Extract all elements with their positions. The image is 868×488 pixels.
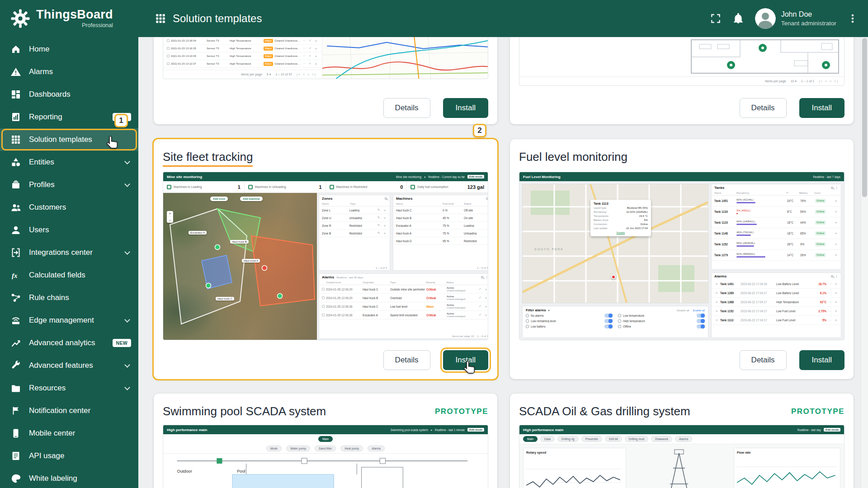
floorplan-preview (690, 39, 840, 74)
user-role: Tenant administrator (781, 19, 836, 28)
solution-templates-icon (10, 134, 22, 145)
preview-tab: Water pump (286, 446, 310, 451)
stat-icon (330, 185, 334, 189)
search-icon (481, 276, 483, 278)
advanced-analytics-icon (10, 337, 22, 349)
mine-map-zones (163, 193, 317, 340)
more-menu-icon[interactable] (847, 13, 858, 24)
sidebar-item-calculated-fields[interactable]: fxCalculated fields (0, 264, 138, 286)
preview-header: Mine site monitoring Mine site monitorin… (163, 172, 488, 181)
sidebar-item-rule-chains[interactable]: Rule chains (0, 286, 138, 309)
card-title: SCADA Oil & Gas drilling system (519, 404, 690, 418)
user-meta: John Doe Tenant administrator (781, 10, 836, 27)
template-preview: 2021-01-23 13:18:34Sensor T3High Tempera… (163, 37, 488, 79)
sidebar-item-advanced-analytics[interactable]: Advanced analyticsNEW (0, 332, 138, 354)
install-button[interactable]: Install (799, 350, 844, 370)
resources-icon (10, 382, 22, 394)
pool-schematic: Outdoor Pool (163, 454, 488, 488)
sidebar-item-mobile-center[interactable]: Mobile center (0, 422, 138, 445)
install-button[interactable]: Install (443, 98, 488, 118)
scrollbar-thumb[interactable] (862, 38, 867, 197)
preview-tab: Preventer (581, 436, 602, 442)
page-head: Solution templates (155, 12, 262, 25)
notifications-bell-icon[interactable] (732, 13, 744, 24)
pagination: Items per page 10 ▾ 1 – 1 of 1 |< < > >| (519, 76, 844, 85)
map-button: Add zone (210, 197, 228, 201)
card-scada-oil-gas[interactable]: SCADA Oil & Gas drilling system PROTOTYP… (510, 394, 854, 488)
advanced-features-icon (10, 360, 22, 371)
stat-tile: Machines in Unloading1 (245, 181, 326, 192)
annotation-step-1: 1 (114, 114, 128, 127)
sidebar-item-dashboards[interactable]: Dashboards (0, 83, 138, 106)
details-button[interactable]: Details (740, 98, 787, 118)
chevron-down-icon (124, 159, 130, 164)
oil-dashboard-preview: High performance main Realtime - last da… (519, 425, 844, 488)
user-block[interactable]: John Doe Tenant administrator (755, 8, 836, 29)
sidebar-item-advanced-features[interactable]: Advanced features (0, 354, 138, 377)
table-row: 2024-01-05 12:06:36Haul truck CLow fuel … (319, 302, 488, 311)
chevron-down-icon (124, 249, 130, 255)
sidebar-item-edge-management[interactable]: Edge management (0, 309, 138, 332)
details-button[interactable]: Details (740, 350, 787, 370)
alarm-row: 2021-01-23 13:18:34Sensor T3High Tempera… (163, 37, 322, 45)
sidebar-item-profiles[interactable]: Profiles (0, 174, 138, 196)
table-row: ≡Tank 12892023-06-22 17:04:17Low Battery… (712, 289, 841, 298)
sidebar-item-customers[interactable]: Customers (0, 196, 138, 219)
tank-tooltip: Tank 1113 Liquid type:Biodiesel B5 (5%)R… (590, 200, 651, 236)
machine-label: Haul truck B (230, 240, 249, 244)
scrollbar[interactable] (861, 37, 868, 488)
details-button[interactable]: Details (383, 350, 430, 370)
svg-text:Outdoor: Outdoor (177, 469, 192, 474)
sidebar-item-label: Advanced features (29, 361, 93, 370)
card-swimming-pool-scada[interactable]: Swimming pool SCADA system PROTOTYPE Hig… (154, 394, 497, 488)
card-partial-top-right[interactable]: Items per page 10 ▾ 1 – 1 of 1 |< < > >|… (510, 37, 854, 124)
alarms-icon (10, 66, 22, 78)
annotation-step-2: 2 (473, 124, 486, 137)
top-bar: ThingsBoard Professional Solution templa… (0, 0, 868, 37)
sidebar-item-integrations-center[interactable]: Integrations center (0, 241, 138, 264)
table-row: Haul truck D95 %Restricted (393, 237, 488, 245)
card-fuel-level-monitoring[interactable]: Fuel level monitoring Fuel Level Monitor… (510, 139, 854, 379)
sidebar-item-white-labeling[interactable]: White labeling (0, 467, 138, 488)
sidebar: HomeAlarmsDashboardsReportingNEWSolution… (0, 37, 138, 488)
sidebar-item-label: Customers (29, 203, 66, 212)
card-site-fleet-tracking[interactable]: 2 Site fleet tracking Mine site monitori… (154, 139, 497, 379)
table-row: Zone RRestricted✎× (319, 222, 390, 230)
dashboards-icon (10, 89, 22, 100)
sidebar-item-label: Edge management (29, 316, 94, 325)
details-button[interactable]: Details (383, 98, 430, 118)
derrick-schematic: ↻Reset position (630, 448, 730, 488)
toggle-switch (604, 324, 613, 328)
sidebar-item-alarms[interactable]: Alarms (0, 61, 138, 83)
search-icon (831, 275, 833, 277)
filter-icon (618, 319, 621, 323)
sidebar-item-entities[interactable]: Entities (0, 151, 138, 174)
toggle-switch (697, 314, 705, 318)
entities-icon (10, 156, 22, 168)
thingsboard-logo[interactable]: ThingsBoard Professional (0, 8, 138, 29)
api-usage-icon (10, 450, 22, 462)
pool-dashboard-preview: High performance main Swimming pool scad… (163, 425, 488, 488)
svg-text:Pool: Pool (237, 469, 245, 474)
avatar[interactable] (755, 8, 776, 29)
sidebar-item-api-usage[interactable]: API usage (0, 445, 138, 467)
sidebar-item-label: White labeling (29, 474, 77, 483)
table-row: 2024-01-05 12:06:29Haul truck BOverloadC… (319, 294, 488, 302)
sidebar-item-resources[interactable]: Resources (0, 377, 138, 399)
card-partial-top-left[interactable]: 2021-01-23 13:18:34Sensor T3High Tempera… (154, 37, 497, 124)
preview-tab: Main (523, 436, 538, 442)
prototype-badge: PROTOTYPE (791, 407, 844, 416)
profiles-icon (10, 179, 22, 191)
card-title: Swimming pool SCADA system (163, 404, 326, 418)
sidebar-item-notification-center[interactable]: Notification center (0, 399, 138, 422)
stat-icon (248, 185, 253, 189)
search-icon (831, 187, 833, 189)
brand-subtitle: Professional (36, 22, 113, 28)
mobile-center-icon (10, 427, 22, 439)
fullscreen-icon[interactable] (710, 13, 722, 24)
install-button[interactable]: Install (799, 98, 844, 118)
preview-tab: Heat pump (340, 446, 363, 451)
rotary-speed-chart: Rotary speed (523, 448, 626, 488)
sidebar-item-users[interactable]: Users (0, 219, 138, 241)
sidebar-item-home[interactable]: Home (0, 38, 138, 61)
